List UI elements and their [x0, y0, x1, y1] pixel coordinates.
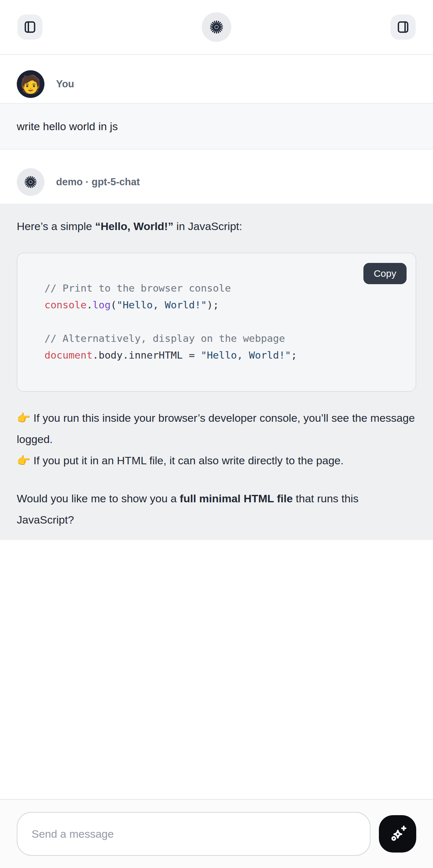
message-input[interactable]: [17, 812, 371, 856]
code-token: .body.innerHTML =: [92, 349, 201, 361]
code-comment: // Print to the browser console: [44, 282, 231, 294]
code-token: (: [111, 299, 117, 311]
intro-bold-text: “Hello, World!”: [95, 220, 173, 232]
assistant-notes: 👉 If you run this inside your browser’s …: [17, 407, 416, 471]
composer: [0, 799, 433, 868]
user-message: write hello world in js: [0, 103, 433, 150]
code-content: // Print to the browser consoleconsole.l…: [44, 280, 400, 364]
intro-text: Here’s a simple: [17, 220, 95, 232]
app-logo: [202, 12, 231, 42]
question-text: Would you like me to show you a: [17, 492, 180, 504]
chat-thread: 🧑 You write hello world in js: [0, 55, 433, 799]
panel-right-icon: [396, 20, 410, 34]
right-panel-toggle-button[interactable]: [391, 14, 415, 40]
code-token: "Hello, World!": [201, 349, 291, 361]
code-token: console: [44, 299, 87, 311]
assistant-question: Would you like me to show you a full min…: [17, 488, 416, 530]
question-bold-text: full minimal HTML file: [180, 492, 293, 504]
note-line-2: 👉 If you put it in an HTML file, it can …: [17, 454, 343, 467]
intro-text-suffix: in JavaScript:: [173, 220, 242, 232]
user-avatar-emoji: 🧑: [20, 75, 41, 93]
code-token: ;: [291, 349, 297, 361]
send-button[interactable]: [379, 815, 416, 852]
sparkle-icon: [387, 824, 408, 844]
sidebar-toggle-button[interactable]: [18, 14, 42, 40]
assistant-message-header: demo · gpt-5-chat: [0, 150, 433, 204]
assistant-avatar: [17, 168, 44, 196]
code-token: );: [207, 299, 219, 311]
code-token: .: [87, 299, 93, 311]
user-author-label: You: [56, 78, 74, 90]
panel-left-icon: [23, 20, 37, 34]
user-message-text: write hello world in js: [17, 117, 416, 135]
user-avatar: 🧑: [17, 70, 44, 98]
note-line-1: 👉 If you run this inside your browser’s …: [17, 412, 415, 445]
code-block: Copy // Print to the browser consolecons…: [17, 253, 416, 392]
top-bar: [0, 0, 433, 55]
assistant-message: Here’s a simple “Hello, World!” in JavaS…: [0, 204, 433, 540]
starburst-logo-icon: [209, 19, 224, 35]
code-token: "Hello, World!": [117, 299, 207, 311]
assistant-author-label: demo · gpt-5-chat: [56, 176, 140, 188]
code-token: document: [44, 349, 92, 361]
assistant-intro: Here’s a simple “Hello, World!” in JavaS…: [17, 216, 416, 237]
code-token: log: [92, 299, 111, 311]
starburst-icon: [23, 175, 38, 189]
user-message-header: 🧑 You: [0, 55, 433, 103]
copy-button[interactable]: Copy: [363, 263, 407, 284]
code-comment: // Alternatively, display on the webpage: [44, 333, 285, 344]
